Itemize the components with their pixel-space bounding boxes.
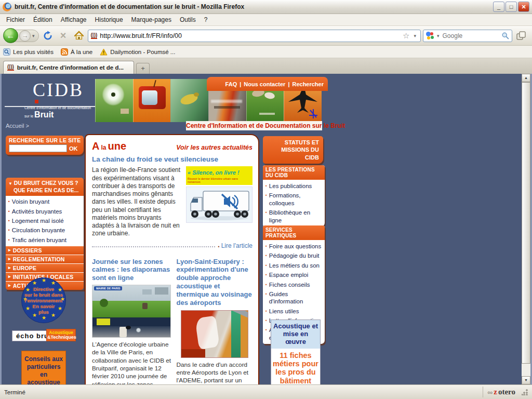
reload-icon [43,31,53,41]
logo-red-square [35,100,38,103]
tile-windows-icon [516,31,526,41]
prestation-formations[interactable]: ▪Formations, colloques [263,191,325,208]
prestation-publications[interactable]: ▪Les publications [263,181,325,191]
service-fiches-conseils[interactable]: ▪Fiches conseils [263,280,325,289]
mairie-de-paris-tag: MAIRIE DE PARIS [94,286,122,290]
service-liens-utiles[interactable]: ▪Liens utiles [263,307,325,316]
article1-image[interactable]: « Silence, on livre ! Réussir le dernier… [186,166,252,237]
section-europe[interactable]: ▸EUROPE [6,263,84,272]
prestation-label: Les publications [269,182,312,190]
tab-groups-button[interactable] [514,29,528,43]
bullet-icon: ▪ [8,208,10,215]
menu-item-logement-mal-isole[interactable]: ▪Logement mal isolé [6,216,84,225]
prestation-bibliotheque[interactable]: ▪Bibliothèque en ligne [263,208,325,225]
dotted-divider [92,246,215,247]
new-tab-button[interactable]: + [136,63,150,74]
active-tab[interactable]: (|)) bruit.fr, Centre d'information et d… [3,61,134,74]
menu-historique[interactable]: Historique [91,15,127,25]
left-menu-header[interactable]: ▼ DU BRUIT CHEZ VOUS ? QUE FAIRE EN CAS … [6,178,84,196]
article1-heading[interactable]: La chaîne du froid se veut silencieuse [92,155,252,164]
menu-item-circulation-bruyante[interactable]: ▪Circulation bruyante [6,225,84,235]
acoustique-techniques-button[interactable]: Acoustique &Techniques [46,329,76,341]
conseils-particuliers-banner[interactable]: Conseils aux particuliers en acoustique … [21,351,66,384]
resize-grip[interactable] [522,389,528,395]
bullet-icon: ▪ [265,262,267,269]
stop-button[interactable]: × [57,29,70,43]
site-search-input[interactable] [9,144,67,152]
bookmark-a-la-une[interactable]: À la une [61,48,92,56]
zotero-launcher[interactable]: ∞ z otero [483,387,520,397]
article2-image[interactable]: MAIRIE DE PARIS [92,285,171,338]
menu-affichage[interactable]: Affichage [57,15,91,25]
site-favicon: (|)) [91,33,98,39]
back-button[interactable]: ← [3,28,18,43]
site-search-ok-button[interactable]: OK [69,145,78,152]
minimize-button[interactable]: _ [493,2,504,12]
article3-body: Dans le cadre d'un accord entre Aéroport… [176,361,252,384]
service-guides[interactable]: ▪Guides d'information [263,289,325,307]
search-engine-dropdown-icon[interactable]: ▾ [435,33,441,38]
bookmark-star-icon[interactable]: ☆ [403,31,409,41]
service-label: Liens utiles [269,308,299,315]
maximize-button[interactable]: □ [506,2,517,12]
service-pedagogie[interactable]: ▪Pédagogie du bruit [263,251,325,260]
forward-button[interactable]: → [19,30,31,42]
article3-image[interactable] [181,310,248,358]
scroll-down-button[interactable]: ▼ [522,376,530,384]
collapsed-icon: ▸ [8,256,11,262]
left-menu: ▼ DU BRUIT CHEZ VOUS ? QUE FAIRE EN CAS … [6,178,84,290]
silence-banner-title: « Silence, on livre ! [188,169,240,176]
bullet-icon: ▪ [265,192,267,207]
menu-item-voisin-bruyant[interactable]: ▪Voisin bruyant [6,197,84,206]
menu-marque-pages[interactable]: Marque-pages [127,15,176,25]
logo-bruit: Bruit [34,110,54,119]
bookmarks-bar: Les plus visités À la une Dailymotion - … [0,46,532,58]
fiches-metiers-ad[interactable]: Acoustique et mise en œuvre 11 fiches mé… [271,320,321,384]
vertical-scrollbar[interactable]: ▲ ▼ [522,74,530,384]
bullet-icon: ▪ [8,217,10,224]
bookmark-les-plus-visites[interactable]: Les plus visités [3,48,54,56]
faq-link[interactable]: FAQ [225,81,237,87]
banner-caption: Centre d'Information et de Documentation… [186,121,322,130]
close-button[interactable]: ✕ [518,2,529,12]
section-dossiers[interactable]: ▸DOSSIERS [6,246,84,255]
url-dropdown-icon[interactable]: ▾ [412,33,418,38]
scrollbar-thumb[interactable] [522,82,530,364]
scroll-up-button[interactable]: ▲ [522,74,530,82]
menu-edition[interactable]: Édition [29,15,57,25]
cidb-logo[interactable]: CIDB Centre d'information et de document… [6,77,94,125]
service-faq[interactable]: ▪Foire aux questions [263,242,325,251]
bookmark-dailymotion[interactable]: Dailymotion - Poumsé ... [100,48,175,56]
article2-heading[interactable]: Journée sur les zones calmes : les diapo… [92,258,171,283]
search-link[interactable]: Rechercher [292,81,324,87]
breadcrumb[interactable]: Accueil > [6,123,29,129]
menu-item-trafic-aerien[interactable]: ▪Trafic aérien bruyant [6,235,84,245]
history-dropdown-icon[interactable]: ▾ [31,33,36,38]
section-reglementation[interactable]: ▸REGLEMENTATION [6,255,84,263]
prestation-label: Bibliothèque en ligne [269,209,323,224]
search-box[interactable]: ▾ [423,30,512,42]
bullet-icon: ▪ [265,326,267,341]
magnifier-icon[interactable] [501,32,509,39]
url-input[interactable] [100,32,400,39]
eu-directive-badge[interactable]: ★ ★ ★ ★ ★ ★ ★ ★ ★ ★ ★ ★ Directive sur le… [21,277,66,323]
menu-item-label: Circulation bruyante [12,227,65,234]
statuts-missions-button[interactable]: STATUTS ET MISSIONS DU CIDB [263,136,323,164]
menu-item-activites-bruyantes[interactable]: ▪Activités bruyantes [6,207,84,216]
contact-link[interactable]: Nous contacter [244,81,285,87]
search-input[interactable] [443,32,500,39]
reload-button[interactable] [41,29,55,43]
menu-fichier[interactable]: Fichier [2,15,29,25]
service-espace-emploi[interactable]: ▪Espace emploi [263,270,325,280]
cidb-logo-acronym: CIDB [33,79,84,101]
article3-heading[interactable]: Lyon-Saint-Exupéry : expérimentation d'u… [176,258,252,307]
bullet-icon: ▪ [8,198,10,205]
url-bar[interactable]: (|)) ☆ ▾ [88,30,421,42]
menu-outils[interactable]: Outils [176,15,200,25]
article1-read-link[interactable]: ▪Lire l'article [218,242,252,249]
service-metiers-du-son[interactable]: ▪Les métiers du son [263,261,325,270]
service-label: Espace emploi [269,271,308,278]
see-all-news-link[interactable]: Voir les autres actualités [176,144,252,151]
menu-aide[interactable]: ? [200,15,212,25]
home-button[interactable] [72,29,86,43]
